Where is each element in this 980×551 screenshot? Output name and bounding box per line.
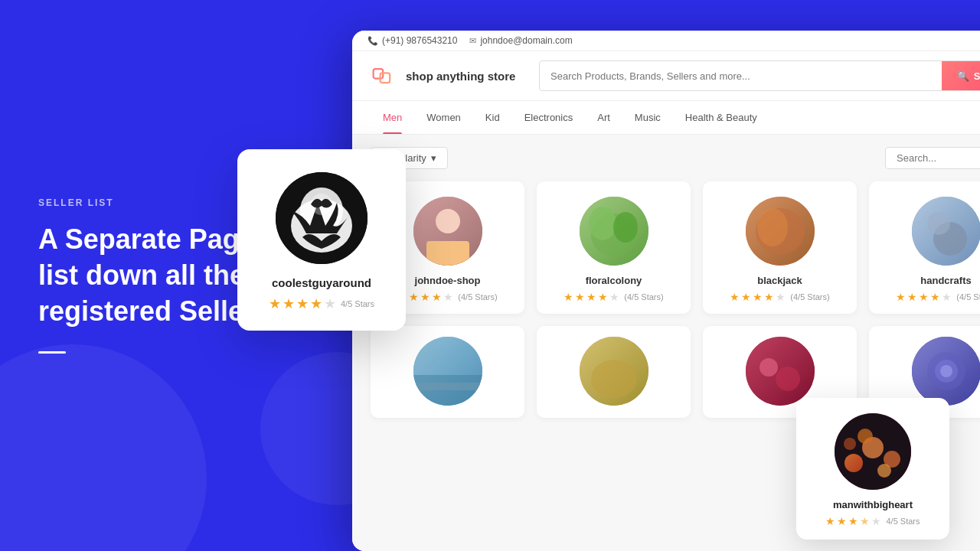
nav-item-kid[interactable]: Kid [473, 101, 512, 134]
seller-avatar-floralcolony [580, 197, 648, 266]
star-4: ★ [930, 291, 940, 303]
seller-card-floralcolony[interactable]: floralcolony ★ ★ ★ ★ ★ (4/5 Stars) [537, 181, 691, 314]
chevron-down-icon: ▾ [431, 152, 436, 164]
star-2: ★ [741, 291, 751, 303]
nav-item-music[interactable]: Music [622, 101, 673, 134]
floating-seller-stars-2: ★ ★ ★ ★ ★ 4/5 Stars [825, 515, 920, 527]
mail-icon: ✉ [469, 36, 476, 46]
seller-card-6[interactable] [537, 326, 691, 418]
seller-avatar-johndoe [413, 197, 482, 266]
phone-contact: 📞 (+91) 9876543210 [368, 35, 457, 46]
top-bar: 📞 (+91) 9876543210 ✉ johndoe@domain.com [352, 31, 980, 51]
search-input[interactable] [540, 70, 942, 82]
seller-stars-blackjack: ★ ★ ★ ★ ★ (4/5 Stars) [730, 291, 829, 303]
email-contact: ✉ johndoe@domain.com [469, 35, 572, 46]
seller-name-floralcolony: floralcolony [586, 275, 642, 286]
star-3: ★ [919, 291, 929, 303]
logo-icon [371, 62, 398, 90]
floating-seller-name: coolestguyaround [272, 276, 371, 289]
fc2-star-1: ★ [825, 515, 835, 527]
star-5: ★ [609, 291, 619, 303]
seller-stars-johndoe: ★ ★ ★ ★ ★ (4/5 Stars) [397, 291, 497, 303]
floating-rating-label: 4/5 Stars [341, 299, 374, 308]
fstar-1: ★ [269, 295, 281, 312]
seller-rating-johndoe: (4/5 Stars) [458, 292, 497, 302]
phone-number: (+91) 9876543210 [382, 35, 457, 46]
search-button[interactable]: 🔍 Search [942, 61, 980, 90]
floating-avatar-manwithbigheart [835, 413, 911, 490]
fc2-star-5: ★ [871, 515, 881, 527]
seller-avatar-6 [580, 337, 648, 406]
star-1: ★ [730, 291, 740, 303]
seller-search-input[interactable] [885, 147, 980, 169]
star-2: ★ [575, 291, 585, 303]
svg-rect-18 [413, 383, 482, 390]
svg-point-38 [844, 438, 856, 450]
svg-point-37 [877, 464, 891, 478]
seller-card-handcrafts[interactable]: handcrafts ★ ★ ★ ★ ★ (4/5 Stars) [869, 181, 980, 314]
filter-row: Popularity ▾ [371, 147, 980, 169]
star-3: ★ [753, 291, 763, 303]
star-3: ★ [586, 291, 596, 303]
star-2: ★ [409, 291, 419, 303]
star-3: ★ [420, 291, 430, 303]
seller-name-johndoe: johndoe-shop [415, 275, 481, 286]
svg-point-3 [436, 209, 460, 233]
nav-item-health-beauty[interactable]: Health & Beauty [673, 101, 769, 134]
fc2-star-4: ★ [860, 515, 870, 527]
phone-icon: 📞 [368, 36, 378, 46]
nav-item-women[interactable]: Women [414, 101, 473, 134]
star-4: ★ [598, 291, 608, 303]
svg-point-20 [591, 360, 637, 398]
nav-item-men[interactable]: Men [371, 101, 414, 134]
seller-avatar-5 [413, 337, 482, 406]
fstar-2: ★ [283, 295, 295, 312]
seller-name-blackjack: blackjack [757, 275, 802, 286]
seller-avatar-7 [746, 337, 815, 406]
fstar-4: ★ [310, 295, 322, 312]
svg-point-27 [940, 365, 952, 377]
seller-name-handcrafts: handcrafts [920, 275, 971, 286]
nav-item-electronics[interactable]: Electronics [512, 101, 586, 134]
search-bar[interactable]: 🔍 Search [539, 60, 980, 91]
fstar-3: ★ [296, 295, 309, 312]
seller-grid-row1: johndoe-shop ★ ★ ★ ★ ★ (4/5 Stars) [371, 181, 980, 314]
seller-card-5[interactable] [371, 326, 524, 418]
svg-point-8 [589, 207, 616, 240]
seller-rating-handcrafts: (4/5 Stars) [956, 292, 980, 302]
floating-seller-stars: ★ ★ ★ ★ ★ 4/5 Stars [269, 295, 374, 312]
fc2-star-3: ★ [848, 515, 858, 527]
search-btn-label: Search [974, 70, 980, 82]
star-5: ★ [942, 291, 952, 303]
svg-point-22 [760, 358, 778, 377]
seller-rating-blackjack: (4/5 Stars) [790, 292, 829, 302]
svg-point-36 [858, 429, 873, 444]
seller-avatar-8 [912, 337, 981, 406]
seller-rating-floralcolony: (4/5 Stars) [624, 292, 663, 302]
star-1: ★ [896, 291, 906, 303]
nav-bar: Men Women Kid Electronics Art Music Heal… [352, 101, 980, 135]
floating-seller-card[interactable]: coolestguyaround ★ ★ ★ ★ ★ 4/5 Stars [237, 149, 406, 331]
star-4: ★ [764, 291, 774, 303]
star-1: ★ [564, 291, 573, 303]
star-2: ★ [907, 291, 917, 303]
search-icon: 🔍 [957, 70, 969, 82]
floating-avatar-coolestguyaround [276, 172, 368, 264]
star-5: ★ [776, 291, 786, 303]
nav-item-art[interactable]: Art [585, 101, 622, 134]
svg-point-23 [776, 367, 800, 391]
floating-seller-name-2: manwithbigheart [833, 499, 913, 510]
floating-seller-card-2[interactable]: manwithbigheart ★ ★ ★ ★ ★ 4/5 Stars [796, 398, 949, 540]
logo-text: shop anything store [406, 70, 515, 83]
seller-stars-floralcolony: ★ ★ ★ ★ ★ (4/5 Stars) [564, 291, 663, 303]
svg-point-15 [927, 212, 950, 235]
fc2-rating-label: 4/5 Stars [886, 517, 920, 526]
svg-rect-5 [426, 241, 469, 266]
seller-avatar-blackjack [746, 197, 815, 266]
svg-point-33 [844, 454, 863, 472]
divider [38, 351, 66, 354]
seller-avatar-handcrafts [912, 197, 981, 266]
seller-card-blackjack[interactable]: blackjack ★ ★ ★ ★ ★ (4/5 Stars) [703, 181, 857, 314]
fstar-5: ★ [324, 295, 336, 312]
email-address: johndoe@domain.com [480, 35, 572, 46]
